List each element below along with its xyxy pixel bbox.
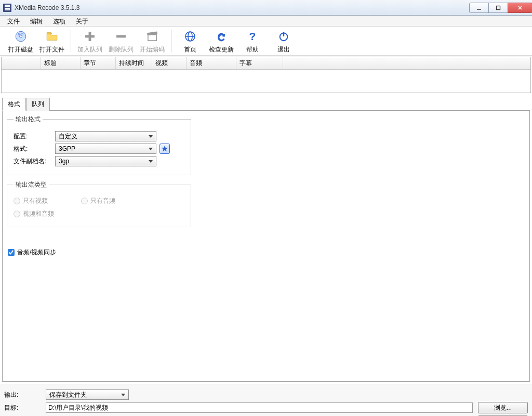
disc-icon: DVD <box>5 29 36 44</box>
exit-button[interactable]: 退出 <box>268 28 299 54</box>
svg-rect-9 <box>116 35 126 38</box>
toolbar-separator <box>171 30 171 53</box>
av-sync-row: 音频/视频同步 <box>8 248 525 257</box>
menubar: 文件 编辑 选项 关于 <box>0 16 532 27</box>
format-dropdown[interactable]: 3GPP <box>55 144 156 154</box>
grid-header-blank[interactable] <box>283 57 530 69</box>
grid-body-empty[interactable] <box>2 70 530 93</box>
grid-header-chapter[interactable]: 章节 <box>81 57 116 69</box>
refresh-icon <box>206 29 237 44</box>
help-button[interactable]: ? 帮助 <box>237 28 268 54</box>
ext-label: 文件副档名: <box>14 157 55 166</box>
grid-header: 标题 章节 持续时间 视频 音频 字幕 <box>2 57 530 70</box>
toolbar-label: 删除队列 <box>105 45 137 54</box>
toolbar: DVD 打开磁盘 打开文件 加入队列 删除队列 开始编码 首页 检查更新 ? 帮… <box>0 27 532 56</box>
app-icon <box>3 4 11 12</box>
radio-input[interactable] <box>14 211 20 217</box>
start-encode-button[interactable]: 开始编码 <box>137 28 168 54</box>
menu-about[interactable]: 关于 <box>71 16 94 26</box>
radio-video-only[interactable]: 只有视频 <box>14 197 81 205</box>
radio-input[interactable] <box>81 198 88 204</box>
grid-header-duration[interactable]: 持续时间 <box>116 57 152 69</box>
minus-icon <box>105 29 137 44</box>
dropdown-value: 保存到文件夹 <box>49 391 87 399</box>
power-icon <box>268 29 299 44</box>
dropdown-value: 3GPP <box>59 145 75 152</box>
question-icon: ? <box>237 29 268 44</box>
av-sync-label: 音频/视频同步 <box>17 248 56 257</box>
tab-queue[interactable]: 队列 <box>26 98 50 111</box>
open-disc-button[interactable]: DVD 打开磁盘 <box>5 28 36 54</box>
menu-edit[interactable]: 编辑 <box>25 16 48 26</box>
radio-input[interactable] <box>14 198 20 204</box>
grid-header-subtitle[interactable]: 字幕 <box>236 57 283 69</box>
toolbar-label: 打开磁盘 <box>5 45 36 54</box>
plus-icon <box>74 29 105 44</box>
profile-dropdown[interactable]: 自定义 <box>55 131 156 141</box>
target-path-input[interactable] <box>46 402 473 413</box>
toolbar-label: 加入队列 <box>74 45 105 54</box>
toolbar-label: 首页 <box>175 45 206 54</box>
radio-audio-only[interactable]: 只有音频 <box>81 197 149 205</box>
tab-format[interactable]: 格式 <box>2 98 26 111</box>
favorite-button[interactable] <box>159 144 170 154</box>
svg-rect-10 <box>148 35 156 41</box>
svg-text:?: ? <box>249 30 256 42</box>
grid-header-blank[interactable] <box>2 57 41 69</box>
window-title: XMedia Recode 3.5.1.3 <box>15 4 79 11</box>
globe-icon <box>175 29 206 44</box>
remove-queue-button[interactable]: 删除队列 <box>105 28 137 54</box>
menu-file[interactable]: 文件 <box>2 16 25 26</box>
browse-button[interactable]: 浏览... <box>478 402 528 413</box>
toolbar-label: 退出 <box>268 45 299 54</box>
svg-rect-1 <box>497 6 500 9</box>
format-label: 格式: <box>14 145 55 153</box>
svg-text:DVD: DVD <box>18 33 24 36</box>
group-legend: 输出格式 <box>14 115 43 124</box>
folder-open-icon <box>36 29 68 44</box>
av-sync-checkbox[interactable] <box>8 249 15 256</box>
clapper-icon <box>137 29 168 44</box>
grid-header-audio[interactable]: 音频 <box>187 57 236 69</box>
toolbar-label: 帮助 <box>237 45 268 54</box>
profile-label: 配置: <box>14 132 55 141</box>
output-label: 输出: <box>4 391 46 399</box>
group-stream-type: 输出流类型 只有视频 只有音频 视频和音频 <box>7 180 191 227</box>
home-button[interactable]: 首页 <box>175 28 206 54</box>
group-output-format: 输出格式 配置: 自定义 格式: 3GPP 文件副档名: 3gp <box>7 115 191 175</box>
svg-marker-18 <box>162 146 168 151</box>
close-button[interactable] <box>508 3 532 13</box>
svg-rect-8 <box>85 35 95 38</box>
window-controls <box>469 3 532 13</box>
toolbar-label: 打开文件 <box>36 45 68 54</box>
media-grid: 标题 章节 持续时间 视频 音频 字幕 <box>1 57 531 93</box>
ext-dropdown[interactable]: 3gp <box>55 156 156 166</box>
star-icon <box>161 145 168 152</box>
tabstrip: 格式 队列 <box>2 97 532 110</box>
dropdown-value: 3gp <box>59 158 69 165</box>
dropdown-value: 自定义 <box>59 132 77 141</box>
group-legend: 输出流类型 <box>14 180 49 189</box>
radio-label: 只有视频 <box>23 197 48 205</box>
open-file-button[interactable]: 打开文件 <box>36 28 68 54</box>
radio-label: 只有音频 <box>90 197 115 205</box>
toolbar-label: 开始编码 <box>137 45 168 54</box>
radio-video-audio[interactable]: 视频和音频 <box>14 210 81 218</box>
grid-header-title[interactable]: 标题 <box>41 57 81 69</box>
output-mode-dropdown[interactable]: 保存到文件夹 <box>46 389 129 400</box>
target-label: 目标: <box>4 404 46 412</box>
grid-header-video[interactable]: 视频 <box>152 57 187 69</box>
toolbar-label: 检查更新 <box>206 45 237 54</box>
minimize-button[interactable] <box>469 3 489 13</box>
tab-panel-format: 输出格式 配置: 自定义 格式: 3GPP 文件副档名: 3gp 输出流类型 只… <box>2 110 530 382</box>
output-section: 输出: 保存到文件夹 目标: 浏览... 覆盖 不覆盖 (自动重命名为 <文件名… <box>0 384 532 416</box>
toolbar-separator <box>71 30 71 53</box>
add-queue-button[interactable]: 加入队列 <box>74 28 105 54</box>
menu-options[interactable]: 选项 <box>48 16 71 26</box>
titlebar: XMedia Recode 3.5.1.3 <box>0 0 532 16</box>
maximize-button[interactable] <box>488 3 508 13</box>
check-update-button[interactable]: 检查更新 <box>206 28 237 54</box>
radio-label: 视频和音频 <box>23 210 54 218</box>
